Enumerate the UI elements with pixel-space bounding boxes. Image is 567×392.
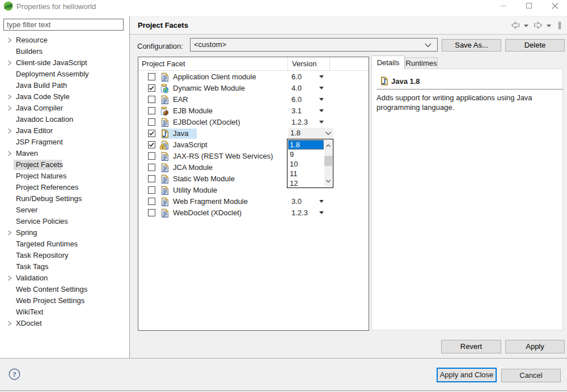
svg-text:?: ? [12,370,16,378]
